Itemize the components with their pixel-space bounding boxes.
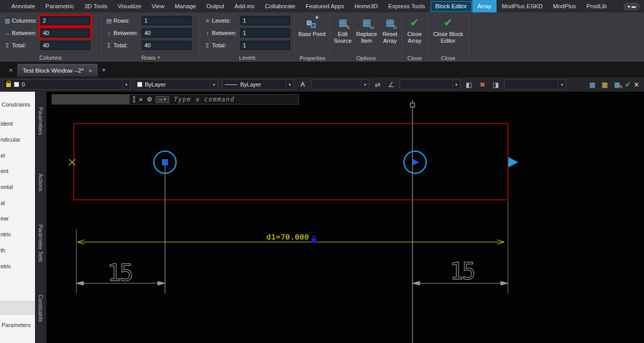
close-array-button[interactable]: ✔ Close Array [403,13,426,55]
layer-edit-icon[interactable]: ▦ ✎ [613,81,622,89]
tab-3d-tools[interactable]: 3D Tools [79,0,113,12]
angle-measure-icon[interactable]: ∠ [386,81,396,89]
levels-total-input[interactable] [240,41,290,50]
reset-array-button[interactable]: ▦ ↻ Reset Array [379,13,401,55]
linetype-sample-icon [225,84,237,85]
d1-dimension-label[interactable]: d1=70.000 [266,233,309,241]
tab-visualize[interactable]: Visualize [112,0,146,12]
recent-commands-button[interactable]: ▭ ▾ [156,96,169,103]
ribbon-options-button[interactable]: ● ▬ [623,3,640,10]
chevron-down-icon[interactable]: ▾ [361,80,369,89]
tab-annotate[interactable]: Annotate [6,0,40,12]
tab-manage[interactable]: Manage [170,0,202,12]
basepoint-x-marker [69,159,75,165]
columns-total-row: Σ Total: [3,41,99,50]
levels-count-input[interactable] [240,16,290,25]
match-properties-icon[interactable]: ⇄ [373,81,383,89]
palette-item[interactable]: ident [0,116,35,132]
linetype-dropdown[interactable]: ByLayer ▾ [222,79,294,90]
transparency-dropdown[interactable]: ▾ [400,79,460,90]
tab-collaborate[interactable]: Collaborate [260,0,301,12]
quick-select-icon[interactable]: ◧ [464,81,474,89]
tab-block-editor[interactable]: Block Editor [431,1,471,12]
file-tab-active[interactable]: Test Block Window --2* ✕ [18,64,97,77]
layer-states-icon[interactable]: ▦ [588,81,598,89]
chevron-down-icon[interactable]: ▾ [452,80,460,89]
base-point-button[interactable]: + Base Point [296,13,328,55]
columns-total-input[interactable] [40,41,90,50]
levels-between-input[interactable] [240,28,290,38]
tab-modplus[interactable]: ModPlus [548,0,581,12]
tab-array[interactable]: Array [472,0,497,12]
palette-item[interactable]: al [0,195,35,211]
replace-item-button[interactable]: ▦ ▭ Replace Item [355,13,378,55]
chevron-down-icon[interactable]: ▾ [122,80,130,89]
arrow-grip[interactable] [412,159,419,166]
between-rows-icon: ↕ [105,30,113,36]
palette-item[interactable]: ear [0,211,35,227]
group-icon[interactable]: ◨ [491,81,501,89]
close-block-editor-button[interactable]: ✔ Close Block Editor [428,13,468,55]
rows-total-input[interactable] [142,41,192,50]
chevron-down-icon[interactable]: ▾ [286,80,293,89]
command-line-close-icon[interactable]: ✕ [139,97,143,102]
new-tab-button[interactable]: + [97,66,110,77]
rows-panel-expand-icon[interactable]: ▾ [158,55,160,60]
palette-tab-parameter-sets[interactable]: Parameter Sets [38,225,44,262]
rows-panel: ▤ Rows: ↕ Between: Σ Total: Rows ▾ [102,12,200,62]
file-tab-bar: ✕ Test Block Window --2* ✕ + [0,62,644,77]
erase-icon[interactable]: ✖ [477,81,487,89]
palette-item[interactable]: ontal [0,179,35,195]
text-style-button[interactable]: A [298,81,308,88]
stretch-arrow-grip[interactable] [508,157,518,167]
rows-panel-title[interactable]: Rows ▾ [102,53,200,62]
columns-panel-title-text: Columns [39,55,61,61]
total-levels-icon: Σ [203,42,212,48]
palette-tab-constraints[interactable]: Constraints [38,295,44,322]
layer-dropdown[interactable]: 0 ▾ [3,79,130,90]
chevron-down-icon[interactable]: ▾ [558,80,566,89]
lineweight-dropdown[interactable]: ▾ [311,79,369,90]
object-color-swatch [137,82,142,87]
tab-output[interactable]: Output [201,0,229,12]
tab-prodlib[interactable]: ProdLib [581,0,612,12]
chevron-down-icon[interactable]: ▾ [210,80,218,89]
square-grip[interactable] [162,159,168,165]
plot-style-dropdown[interactable]: ▾ [504,79,566,90]
palette-item[interactable]: th [0,243,35,259]
tab-parametric[interactable]: Parametric [40,0,79,12]
palette-item[interactable]: ent [0,163,35,179]
tab-home3d[interactable]: Home3D [349,0,383,12]
layer-color-swatch [14,82,19,87]
command-input[interactable] [173,95,295,104]
palette-item[interactable]: ntric [0,227,35,243]
command-line-grip-icon[interactable] [133,96,135,102]
command-line-drag-handle[interactable] [52,94,129,105]
file-tab-close-icon[interactable]: ✕ [88,68,92,74]
cancel-icon[interactable]: ✕ [634,81,639,89]
layer-isolate-icon[interactable]: ▦ [600,81,610,89]
customize-wrench-icon[interactable]: ⚙ [146,96,152,103]
palette-tab-parameters[interactable]: Parameters [38,107,44,135]
tab-featured-apps[interactable]: Featured Apps [301,0,350,12]
columns-count-input[interactable] [40,16,90,25]
block-outline-rect[interactable] [74,124,508,200]
tab-add-ins[interactable]: Add-ins [229,0,260,12]
palette-item[interactable]: el [0,147,35,163]
drawing-area[interactable]: d1=70.000 15 [46,92,644,343]
color-dropdown[interactable]: ByLayer ▾ [134,79,218,90]
tab-modplus-eskd[interactable]: ModPlus ESKD [497,0,548,12]
columns-between-input[interactable] [40,28,90,38]
tab-view[interactable]: View [146,0,170,12]
edit-source-label: Edit Source [332,31,353,44]
rows-between-input[interactable] [142,28,192,38]
tab-express-tools[interactable]: Express Tools [383,0,430,12]
palette-item[interactable]: etric [0,258,35,274]
rows-count-input[interactable] [142,16,192,25]
palette-tab-actions[interactable]: Actions [38,174,44,191]
grip-square-top[interactable] [410,103,415,107]
tab-bar-close-icon[interactable]: ✕ [4,67,18,77]
palette-item[interactable]: ndicular [0,132,35,148]
apply-check-icon[interactable]: ✔ [625,80,632,89]
edit-source-button[interactable]: ▦ ✎ Edit Source [332,13,354,55]
